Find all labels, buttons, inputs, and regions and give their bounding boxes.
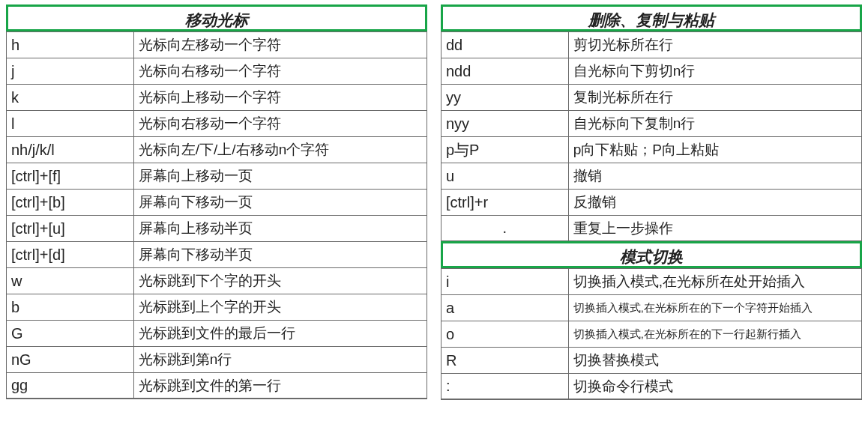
key-cell: . [441,216,569,240]
key-cell: b [7,294,134,320]
desc-cell: 剪切光标所在行 [569,32,861,58]
table-row: .重复上一步操作 [441,215,861,241]
table-row: yy复制光标所在行 [441,84,861,110]
table-row: [ctrl]+[d]屏幕向下移动半页 [7,241,427,267]
key-cell: h [7,32,134,58]
desc-cell: 自光标向下剪切n行 [569,58,861,84]
table-row: u撤销 [441,163,861,189]
table-row: w光标跳到下个字的开头 [7,267,427,294]
table-row: l光标向右移动一个字符 [7,110,427,136]
table-row: k光标向上移动一个字符 [7,84,427,110]
key-cell: [ctrl]+[u] [7,216,134,241]
desc-cell: 光标向左/下/上/右移动n个字符 [134,137,427,163]
desc-cell: 重复上一步操作 [569,216,861,240]
desc-cell: 光标向左移动一个字符 [134,32,427,58]
desc-cell: 屏幕向上移动一页 [134,163,427,189]
key-cell: u [441,163,569,189]
table-row: ndd自光标向下剪切n行 [441,58,861,84]
right-a-panel: dd剪切光标所在行ndd自光标向下剪切n行yy复制光标所在行nyy自光标向下复制… [441,31,862,242]
table-row: i切换插入模式,在光标所在处开始插入 [441,268,861,294]
right-column: 删除、复制与粘贴 dd剪切光标所在行ndd自光标向下剪切n行yy复制光标所在行n… [441,4,862,421]
desc-cell: 光标跳到文件的第一行 [134,373,427,398]
desc-cell: 复制光标所在行 [569,85,861,110]
left-section-header: 移动光标 [6,4,427,31]
key-cell: k [7,85,134,110]
table-row: [ctrl]+[f]屏幕向上移动一页 [7,163,427,189]
table-row: [ctrl]+[b]屏幕向下移动一页 [7,189,427,215]
desc-cell: 切换命令行模式 [569,374,861,399]
desc-cell: 切换插入模式,在光标所在的下一个字符开始插入 [569,295,861,321]
table-row: R切换替换模式 [441,347,861,373]
key-cell: [ctrl]+r [441,190,569,215]
table-row: gg光标跳到文件的第一行 [7,372,427,399]
page: 移动光标 h光标向左移动一个字符j光标向右移动一个字符k光标向上移动一个字符l光… [0,0,868,421]
key-cell: ndd [441,58,569,84]
table-row: nh/j/k/l光标向左/下/上/右移动n个字符 [7,136,427,163]
key-cell: j [7,58,134,84]
key-cell: w [7,268,134,294]
desc-cell: 反撤销 [569,190,861,215]
table-row: b光标跳到上个字的开头 [7,294,427,320]
key-cell: [ctrl]+[b] [7,190,134,215]
desc-cell: 光标跳到上个字的开头 [134,294,427,320]
desc-cell: 切换插入模式,在光标所在的下一行起新行插入 [569,321,861,347]
key-cell: o [441,321,569,347]
table-row: [ctrl]+[u]屏幕向上移动半页 [7,215,427,241]
table-row: j光标向右移动一个字符 [7,58,427,84]
desc-cell: 切换替换模式 [569,348,861,373]
right-b-section-header: 模式切换 [441,241,862,268]
table-row: a切换插入模式,在光标所在的下一个字符开始插入 [441,294,861,321]
key-cell: i [441,269,569,294]
key-cell: nh/j/k/l [7,137,134,163]
desc-cell: 光标向右移动一个字符 [134,58,427,84]
left-column: 移动光标 h光标向左移动一个字符j光标向右移动一个字符k光标向上移动一个字符l光… [6,4,427,421]
right-b-panel: i切换插入模式,在光标所在处开始插入a切换插入模式,在光标所在的下一个字符开始插… [441,268,862,400]
left-panel: h光标向左移动一个字符j光标向右移动一个字符k光标向上移动一个字符l光标向右移动… [6,31,427,399]
key-cell: nG [7,347,134,372]
key-cell: G [7,321,134,346]
desc-cell: 光标跳到第n行 [134,347,427,372]
right-a-section-header: 删除、复制与粘贴 [441,4,862,31]
desc-cell: 屏幕向下移动半页 [134,242,427,267]
desc-cell: 屏幕向上移动半页 [134,216,427,241]
table-row: nG光标跳到第n行 [7,346,427,372]
table-row: [ctrl]+r反撤销 [441,189,861,215]
key-cell: l [7,111,134,136]
desc-cell: 自光标向下复制n行 [569,111,861,136]
key-cell: p与P [441,137,569,163]
table-row: :切换命令行模式 [441,373,861,399]
table-row: h光标向左移动一个字符 [7,31,427,58]
desc-cell: 切换插入模式,在光标所在处开始插入 [569,269,861,294]
desc-cell: 光标向上移动一个字符 [134,85,427,110]
table-row: o切换插入模式,在光标所在的下一行起新行插入 [441,321,861,347]
desc-cell: 光标向右移动一个字符 [134,111,427,136]
key-cell: dd [441,32,569,58]
key-cell: a [441,295,569,321]
table-row: nyy自光标向下复制n行 [441,110,861,136]
key-cell: gg [7,373,134,398]
key-cell: [ctrl]+[d] [7,242,134,267]
table-row: p与Pp向下粘贴；P向上粘贴 [441,136,861,163]
desc-cell: p向下粘贴；P向上粘贴 [569,137,861,163]
key-cell: [ctrl]+[f] [7,163,134,189]
table-row: G光标跳到文件的最后一行 [7,320,427,346]
desc-cell: 光标跳到文件的最后一行 [134,321,427,346]
desc-cell: 撤销 [569,163,861,189]
key-cell: yy [441,85,569,110]
desc-cell: 屏幕向下移动一页 [134,190,427,215]
key-cell: : [441,374,569,399]
key-cell: R [441,348,569,373]
desc-cell: 光标跳到下个字的开头 [134,268,427,294]
key-cell: nyy [441,111,569,136]
table-row: dd剪切光标所在行 [441,31,861,58]
